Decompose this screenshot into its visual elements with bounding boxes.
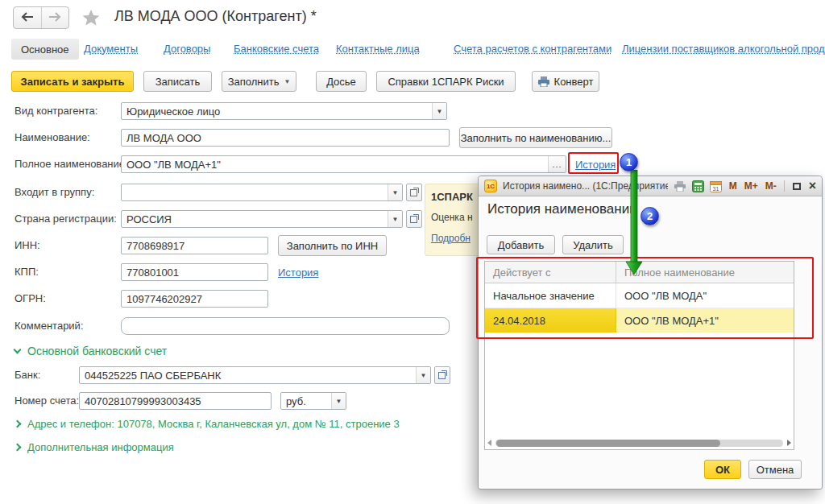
fill-menu-button[interactable]: Заполнить ▼ [222, 71, 296, 92]
dropdown-arrow-icon[interactable]: ▼ [331, 393, 346, 409]
close-icon[interactable]: × [809, 182, 816, 190]
kpp-field[interactable]: 770801001 [121, 263, 268, 281]
open-form-icon [410, 212, 419, 226]
table-row[interactable]: Начальное значение ООО "ЛВ МОДА" [485, 283, 794, 308]
dialog-titlebar[interactable]: 1С История наимено... (1С:Предприятие) 3… [479, 176, 822, 196]
comment-label: Комментарий: [15, 317, 84, 335]
step-badge-1: 1 [620, 153, 638, 171]
column-header-valid-from[interactable]: Действует с [485, 262, 616, 283]
inn-value: 7708698917 [126, 240, 263, 252]
memory-m-minus-button[interactable]: М- [765, 180, 777, 192]
dropdown-arrow-icon[interactable]: ▼ [432, 103, 446, 119]
bank-section-toggle[interactable]: Основной банковский счет [15, 345, 167, 357]
bank-label: Банк: [15, 366, 40, 384]
dropdown-arrow-icon[interactable]: ▼ [388, 211, 402, 227]
account-field[interactable]: 40702810799993003435 [79, 392, 272, 410]
full-name-label: Полное наименование: [15, 155, 128, 173]
inn-label: ИНН: [15, 237, 40, 254]
country-label: Страна регистрации: [15, 210, 117, 228]
more-info-link-label: Дополнительная информация [27, 441, 174, 453]
ellipsis-button[interactable]: ... [548, 156, 566, 172]
calendar-icon[interactable]: 31 [710, 180, 722, 192]
spark-reports-button[interactable]: Справки 1СПАРК Риски [376, 71, 516, 92]
name-field[interactable]: ЛВ МОДА ООО [121, 129, 450, 147]
cell-full-name[interactable]: ООО "ЛВ МОДА+1" [616, 308, 794, 333]
favorite-star-icon[interactable] [81, 8, 101, 31]
scrollbar-track[interactable] [495, 440, 783, 447]
comment-field[interactable] [121, 317, 450, 335]
nav-history-group [13, 6, 69, 29]
chevron-down-icon: ▼ [284, 78, 290, 85]
tab-settlement-accounts[interactable]: Счета расчетов с контрагентами [454, 43, 611, 55]
memory-m-button[interactable]: М [729, 180, 737, 192]
fill-by-inn-button[interactable]: Заполнить по ИНН [278, 235, 387, 256]
chevron-right-icon [14, 444, 22, 452]
full-name-history-link[interactable]: История [575, 159, 616, 171]
add-button[interactable]: Добавить [487, 235, 555, 254]
tab-bank-accounts[interactable]: Банковские счета [234, 43, 319, 55]
kpp-value: 770801001 [126, 266, 263, 279]
ogrn-field[interactable]: 1097746202927 [121, 290, 268, 308]
table-header-row: Действует с Полное наименование [485, 262, 794, 283]
kind-field[interactable]: Юридическое лицо ▼ [121, 102, 447, 120]
dropdown-arrow-icon[interactable]: ▼ [416, 367, 430, 383]
ogrn-label: ОГРН: [15, 290, 46, 308]
column-header-full-name[interactable]: Полное наименование [616, 262, 794, 283]
ok-button[interactable]: ОК [704, 460, 741, 479]
more-info-section-toggle[interactable]: Дополнительная информация [15, 441, 174, 453]
save-and-close-button[interactable]: Записать и закрыть [11, 71, 134, 92]
back-button[interactable] [14, 7, 42, 28]
calculator-icon[interactable] [692, 180, 704, 192]
maximize-button[interactable] [793, 183, 801, 190]
back-arrow-icon [21, 10, 34, 25]
group-label: Входит в группу: [15, 184, 94, 201]
tab-contacts[interactable]: Контактные лица [336, 43, 420, 55]
full-name-value: ООО "ЛВ МОДА+1" [126, 159, 561, 171]
kpp-history-link[interactable]: История [278, 266, 318, 279]
app-window: ЛВ МОДА ООО (Контрагент) * Основное Доку… [0, 0, 825, 504]
save-button[interactable]: Записать [143, 71, 212, 92]
1c-logo-icon: 1С [484, 180, 497, 192]
name-value: ЛВ МОДА ООО [126, 132, 444, 144]
full-name-field[interactable]: ООО "ЛВ МОДА+1" ... [121, 155, 566, 173]
dropdown-arrow-icon[interactable]: ▼ [388, 184, 402, 200]
history-table: Действует с Полное наименование Начально… [484, 261, 794, 450]
bank-field[interactable]: 044525225 ПАО СБЕРБАНК ▼ [79, 366, 431, 384]
inn-field[interactable]: 7708698917 [121, 237, 268, 254]
tab-osnovnoe[interactable]: Основное [11, 39, 79, 60]
bank-open-button[interactable] [434, 366, 450, 384]
country-field[interactable]: РОССИЯ ▼ [121, 210, 403, 228]
tab-alcohol-licenses[interactable]: Лицензии поставщиков алкогольной продукц… [622, 43, 825, 55]
group-open-button[interactable] [406, 184, 422, 201]
envelope-button[interactable]: Конверт [532, 71, 599, 92]
account-value: 40702810799993003435 [85, 395, 266, 407]
address-section-toggle[interactable]: Адрес и телефон: 107078, Москва г, Калан… [15, 418, 400, 430]
cell-full-name[interactable]: ООО "ЛВ МОДА" [616, 283, 794, 308]
delete-button[interactable]: Удалить [562, 235, 624, 254]
country-value: РОССИЯ [126, 213, 397, 225]
cell-valid-from[interactable]: Начальное значение [485, 283, 616, 308]
tab-dokumenty[interactable]: Документы [84, 43, 138, 55]
group-field[interactable]: ▼ [121, 184, 403, 201]
dialog-window-title: История наимено... (1С:Предприятие) [503, 180, 668, 192]
fill-button-label: Заполнить [228, 76, 280, 88]
memory-m-plus-button[interactable]: М+ [744, 180, 758, 192]
name-label: Наименование: [15, 129, 90, 147]
scroll-left-icon[interactable] [487, 440, 491, 446]
scroll-right-icon[interactable] [787, 440, 791, 446]
print-icon[interactable] [674, 181, 686, 192]
currency-field[interactable]: руб. ▼ [280, 392, 346, 410]
dossier-button[interactable]: Досье [316, 71, 367, 92]
forward-button[interactable] [42, 7, 69, 28]
open-form-icon [438, 368, 447, 382]
table-row-selected[interactable]: 24.04.2018 ООО "ЛВ МОДА+1" [485, 308, 794, 333]
horizontal-scrollbar[interactable] [487, 438, 791, 448]
address-link-label: Адрес и телефон: 107078, Москва г, Калан… [27, 418, 400, 430]
scrollbar-thumb[interactable] [496, 440, 720, 447]
ogrn-value: 1097746202927 [126, 293, 263, 305]
cancel-button[interactable]: Отмена [748, 460, 802, 479]
tab-dogovory[interactable]: Договоры [164, 43, 210, 55]
fill-by-name-button[interactable]: Заполнить по наименованию... [459, 127, 612, 148]
country-open-button[interactable] [406, 210, 422, 228]
cell-valid-from[interactable]: 24.04.2018 [485, 308, 616, 333]
